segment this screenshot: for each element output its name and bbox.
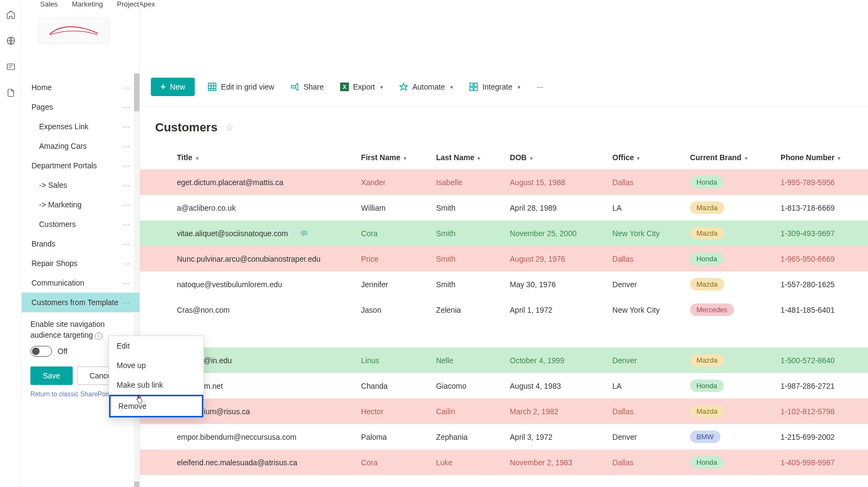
cell-office: New York City xyxy=(606,220,684,246)
nav-expenses-link[interactable]: Expenses Link··· xyxy=(22,117,139,136)
cell-title[interactable]: eget.dictum.placerat@mattis.ca xyxy=(170,169,355,195)
file-icon[interactable] xyxy=(6,88,16,98)
more-icon[interactable]: ··· xyxy=(120,142,133,150)
table-row[interactable]: eget.dictum.placerat@mattis.caXanderIsab… xyxy=(140,169,868,195)
more-actions-button[interactable]: ··· xyxy=(533,80,546,93)
more-icon[interactable]: ··· xyxy=(120,83,133,92)
nav-pages[interactable]: Pages··· xyxy=(22,97,139,117)
globe-icon[interactable] xyxy=(6,36,16,46)
nav-home[interactable]: Home··· xyxy=(22,78,139,97)
cell-title[interactable]: eleifend.nec.malesuada@atrisus.ca xyxy=(170,450,355,475)
table-row[interactable]: .elit.pretium@risus.caHectorCailinMarch … xyxy=(140,399,868,424)
cell-first-name: Cora xyxy=(355,220,430,246)
table-row[interactable]: eleifend.nec.malesuada@atrisus.caCoraLuk… xyxy=(140,450,868,475)
table-row[interactable]: Cras@non.comJasonZeleniaApril 1, 1972New… xyxy=(140,297,868,322)
cell-last-name: Nelle xyxy=(430,347,503,373)
nav-sales[interactable]: -> Sales··· xyxy=(22,175,139,195)
more-icon[interactable]: ··· xyxy=(120,298,133,307)
nav-brands[interactable]: Brands··· xyxy=(22,234,139,254)
info-icon[interactable]: i xyxy=(95,332,103,340)
automate-button[interactable]: Automate▾ xyxy=(396,80,456,93)
col-title[interactable]: Title▾ xyxy=(170,146,355,169)
nav-label: -> Marketing xyxy=(39,200,81,209)
more-icon: ··· xyxy=(537,83,543,91)
cell-title[interactable]: vitae.aliquet@sociisnatoque.com xyxy=(170,220,355,246)
table-row[interactable] xyxy=(140,322,868,347)
table-row[interactable]: egestas@in.eduLinusNelleOctober 4, 1999D… xyxy=(140,347,868,373)
grid-icon xyxy=(208,83,216,91)
export-button[interactable]: X Export▾ xyxy=(337,80,386,93)
more-icon[interactable]: ··· xyxy=(120,259,133,268)
comment-icon[interactable] xyxy=(301,229,307,238)
edit-in-grid-button[interactable]: Edit in grid view xyxy=(205,80,277,93)
more-icon[interactable]: ··· xyxy=(120,239,133,248)
table-row[interactable]: vitae.aliquet@sociisnatoque.comCoraSmith… xyxy=(140,220,868,246)
nav-label: Customers from Template xyxy=(31,298,118,307)
more-icon[interactable]: ··· xyxy=(120,103,133,111)
table-row[interactable]: natoque@vestibulumlorem.eduJenniferSmith… xyxy=(140,271,868,297)
cell-brand: Honda xyxy=(684,246,774,271)
more-icon[interactable]: ··· xyxy=(120,200,133,209)
cell-title[interactable]: Cras@non.com xyxy=(170,297,355,322)
integrate-button[interactable]: Integrate▾ xyxy=(466,80,524,93)
cell-phone: 1-102-812-5798 xyxy=(774,399,868,424)
table-row[interactable]: a@aclibero.co.ukWilliamSmithApril 28, 19… xyxy=(140,195,868,220)
more-icon[interactable]: ··· xyxy=(120,279,133,287)
cell-first-name: Hector xyxy=(355,399,430,424)
cell-title[interactable]: empor.bibendum@neccursusa.com xyxy=(170,424,355,450)
col-office[interactable]: Office▾ xyxy=(606,146,684,169)
ctx-make-sub-link[interactable]: Make sub link xyxy=(109,375,203,395)
table-row[interactable]: empor.bibendum@neccursusa.comPalomaZepha… xyxy=(140,424,868,450)
svg-rect-5 xyxy=(470,83,473,86)
news-icon[interactable] xyxy=(6,62,16,72)
col-phone-number[interactable]: Phone Number▾ xyxy=(774,146,868,169)
chevron-down-icon: ▾ xyxy=(404,155,406,161)
ctx-remove[interactable]: Remove xyxy=(109,395,203,418)
nav-customers-from-template[interactable]: Customers from Template··· xyxy=(22,293,139,312)
more-icon[interactable]: ··· xyxy=(120,181,133,189)
nav-communication[interactable]: Communication··· xyxy=(22,273,139,293)
table-row[interactable]: Nunc.pulvinar.arcu@conubianostraper.eduP… xyxy=(140,246,868,271)
cell-title[interactable]: natoque@vestibulumlorem.edu xyxy=(170,271,355,297)
home-icon[interactable] xyxy=(6,10,16,20)
ctx-move-up[interactable]: Move up xyxy=(109,356,203,375)
more-icon[interactable]: ··· xyxy=(120,161,133,170)
cell-first-name: Cora xyxy=(355,450,430,475)
cell-brand: Mazda xyxy=(684,195,774,220)
col-last-name[interactable]: Last Name▾ xyxy=(430,146,503,169)
cell-last-name: Smith xyxy=(430,220,503,246)
ctx-edit[interactable]: Edit xyxy=(109,336,203,356)
cell-brand: Honda xyxy=(684,373,774,399)
col-dob[interactable]: DOB▾ xyxy=(503,146,606,169)
nav-repair-shops[interactable]: Repair Shops··· xyxy=(22,254,139,273)
nav-label: Repair Shops xyxy=(31,259,78,268)
nav-department-portals[interactable]: Department Portals··· xyxy=(22,156,139,175)
col-current-brand[interactable]: Current Brand▾ xyxy=(684,146,774,169)
audience-targeting-toggle[interactable] xyxy=(30,346,52,357)
nav-label: Pages xyxy=(31,103,53,111)
cell-last-name: Cailin xyxy=(430,399,503,424)
nav-marketing[interactable]: -> Marketing··· xyxy=(22,195,139,214)
cell-title[interactable]: Nunc.pulvinar.arcu@conubianostraper.edu xyxy=(170,246,355,271)
more-icon[interactable]: ··· xyxy=(120,220,133,229)
nav-amazing-cars[interactable]: Amazing Cars··· xyxy=(22,136,139,156)
cell-dob: April 1, 1972 xyxy=(503,297,606,322)
cell-last-name: Smith xyxy=(430,271,503,297)
cell-last-name: Isabelle xyxy=(430,169,503,195)
favorite-star-icon[interactable]: ☆ xyxy=(225,122,234,134)
chevron-down-icon: ▾ xyxy=(518,84,520,90)
cell-first-name: William xyxy=(355,195,430,220)
nav-customers[interactable]: Customers··· xyxy=(22,214,139,234)
new-button[interactable]: +New xyxy=(151,78,195,96)
share-button[interactable]: Share xyxy=(287,80,327,93)
table-row[interactable]: m@Etiam.netChandaGiacomoAugust 4, 1983LA… xyxy=(140,373,868,399)
save-button[interactable]: Save xyxy=(30,366,73,385)
more-icon[interactable]: ··· xyxy=(120,122,133,131)
col-first-name[interactable]: First Name▾ xyxy=(355,146,430,169)
cell-first-name: Chanda xyxy=(355,373,430,399)
cell-phone: 1-557-280-1625 xyxy=(774,271,868,297)
cell-first-name: Linus xyxy=(355,347,430,373)
cell-phone: 1-995-789-5956 xyxy=(774,169,868,195)
nav-label: Brands xyxy=(31,239,55,248)
cell-title[interactable]: a@aclibero.co.uk xyxy=(170,195,355,220)
